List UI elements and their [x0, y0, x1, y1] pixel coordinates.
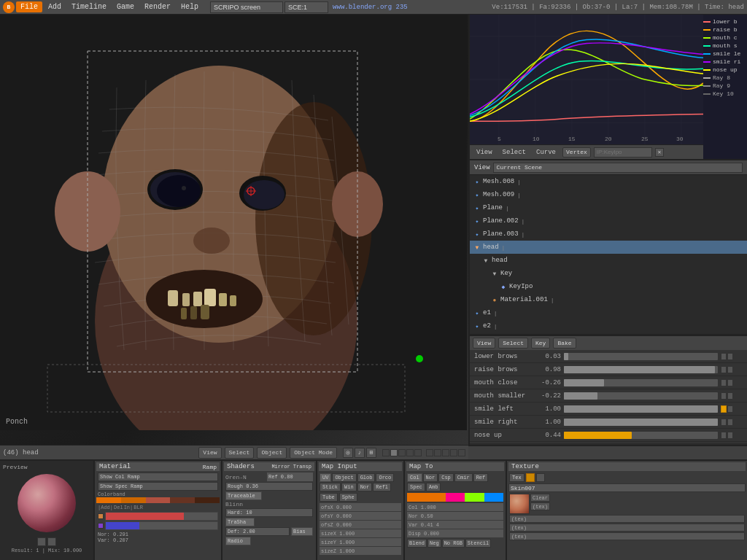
viewport-3d[interactable]: Ponch (46) head View Select Object Objec… [0, 15, 470, 445]
outliner-item-plane002[interactable]: ✦ Plane.002 | [470, 214, 747, 228]
layer-btn-4[interactable] [406, 449, 414, 456]
nor-btn[interactable]: Nor [357, 483, 373, 491]
screen-name-input[interactable] [210, 1, 283, 13]
spec-ramp-btn[interactable]: Show Spec Ramp [98, 482, 218, 491]
map-csp-btn[interactable]: Csp [438, 473, 454, 482]
layer-btn-7[interactable] [434, 449, 441, 456]
tex-gray-btn[interactable] [536, 473, 545, 482]
radio-btn[interactable]: Radio [225, 537, 251, 545]
col-ramp-btn[interactable]: Show Col Ramp [98, 472, 218, 481]
trasha-btn[interactable]: TraSha [225, 518, 255, 526]
graph-view-btn[interactable]: View [473, 149, 496, 156]
col-r-slider[interactable] [105, 512, 218, 521]
vertex-dropdown[interactable]: Vertex [562, 147, 591, 158]
tex-name-field[interactable]: Skin007 [508, 483, 746, 492]
sizez-field[interactable]: sizeZ 1.000 [320, 547, 401, 555]
preview-btn-2[interactable] [47, 537, 56, 546]
uv-btn[interactable]: UV [320, 473, 331, 482]
cb-in[interactable]: In| [124, 505, 133, 510]
rough-field[interactable]: Rough 0.36 [225, 482, 313, 491]
bias-btn[interactable]: Bias [291, 527, 313, 536]
sizex-field[interactable]: sizeX 1.000 [320, 529, 401, 537]
outliner-item-keyipo[interactable]: ◆ KeyIpo [496, 280, 747, 293]
layer-btn-10[interactable] [458, 449, 465, 456]
col-swatch[interactable] [98, 513, 104, 519]
website-link[interactable]: www.blender.org 235 [333, 4, 408, 11]
sk-btn-hl[interactable] [721, 405, 727, 413]
viewport-icon-btn-3[interactable]: ⊞ [366, 448, 376, 458]
current-scene-dropdown[interactable]: Current Scene [493, 163, 743, 173]
layer-btn-1[interactable] [382, 449, 390, 456]
preview-btn-1[interactable] [37, 537, 46, 546]
sk-btn-1[interactable] [721, 379, 727, 386]
ipo-input[interactable] [594, 147, 652, 158]
shape-key-bake-btn[interactable]: Bake [553, 338, 576, 349]
menu-help[interactable]: Help [177, 1, 203, 12]
outliner-view-btn[interactable]: View [474, 164, 490, 171]
viewport-select-btn[interactable]: Select [225, 447, 255, 459]
sk-btn-1[interactable] [721, 366, 727, 373]
tex-slot-3[interactable]: (tex) [509, 515, 745, 523]
col-swatch-2[interactable] [98, 523, 104, 529]
sk-btn-1[interactable] [721, 353, 727, 360]
outliner-item-e1[interactable]: ✦ e1 | [470, 306, 747, 319]
viewport-view-btn[interactable]: View [198, 447, 221, 459]
sk-btn-1[interactable] [721, 392, 727, 400]
graph-close-btn[interactable]: ✕ [655, 148, 664, 157]
sphe-btn[interactable]: Sphe [339, 493, 357, 502]
map-nor-btn[interactable]: Nor [423, 473, 438, 482]
ramp-btn[interactable]: Ramp [203, 464, 217, 470]
map-spec-btn[interactable]: Spec [407, 483, 425, 491]
neg-btn[interactable]: Neg [427, 539, 441, 548]
outliner-item-plane[interactable]: ✦ Plane | [470, 201, 747, 214]
layer-btn-5[interactable] [414, 449, 422, 456]
shape-key-raise-brows[interactable]: raise brows 0.98 [470, 363, 747, 376]
traceable-btn[interactable]: Traceable [225, 491, 262, 500]
sk-btn-2[interactable] [727, 432, 733, 439]
tex-orange-btn[interactable] [526, 473, 535, 482]
refl-btn[interactable]: Refl [373, 483, 391, 491]
col-value-field[interactable]: Col 1.000 [407, 503, 503, 511]
sizey-field[interactable]: sizeY 1.000 [320, 538, 401, 546]
sk-btn-2[interactable] [727, 353, 733, 360]
sk-btn-2[interactable] [727, 379, 733, 386]
menu-timeline[interactable]: Timeline [67, 1, 111, 12]
shape-key-mouth-close[interactable]: mouth close -0.26 [470, 376, 747, 389]
map-cmir-btn[interactable]: Cmir [454, 473, 473, 482]
tex-slot-2[interactable]: (tex) [530, 502, 550, 510]
outliner-item-key[interactable]: ▼ Key [487, 267, 747, 280]
outliner-item-head-sub[interactable]: ▼ head [479, 254, 747, 267]
map-col-btn[interactable]: Col [407, 473, 422, 482]
sk-btn-2[interactable] [727, 405, 733, 413]
layer-btn-8[interactable] [442, 449, 449, 456]
sk-btn-2[interactable] [727, 366, 733, 373]
hard-field[interactable]: Hard: 10 [225, 508, 313, 517]
layer-btn-3[interactable] [398, 449, 406, 456]
shape-key-smile-left[interactable]: smile left 1.00 [470, 402, 747, 416]
col-g-slider[interactable] [105, 521, 218, 530]
glob-btn[interactable]: Glob [357, 473, 376, 482]
menu-render[interactable]: Render [140, 1, 175, 12]
viewport-mode-btn[interactable]: Object Mode [290, 447, 337, 459]
tex-slot-5[interactable]: (tex) [509, 532, 745, 540]
viewport-icon-btn-1[interactable]: ◎ [343, 448, 353, 458]
cb-blr[interactable]: BLR [133, 505, 143, 510]
blend-btn[interactable]: Blend [407, 539, 427, 548]
layer-btn-6[interactable] [426, 449, 433, 456]
shape-key-nose-up[interactable]: nose up 0.44 [470, 429, 747, 442]
menu-add[interactable]: Add [44, 1, 66, 12]
shape-key-key-btn[interactable]: Key [531, 338, 550, 349]
outliner-item-material[interactable]: ● Material.001 | [487, 293, 747, 306]
object-btn[interactable]: Object [332, 473, 356, 482]
layer-btn-2[interactable] [390, 449, 398, 456]
outliner-item-head[interactable]: ▼ head | [470, 241, 747, 254]
outliner-item-mesh009[interactable]: ✦ Mesh.009 | [470, 188, 747, 201]
win-btn[interactable]: Win [341, 483, 357, 491]
tex-slot-4[interactable]: (tex) [509, 524, 745, 532]
def-field[interactable]: Def: 2.00 [225, 527, 290, 536]
shape-key-smile-right[interactable]: smile right 1.00 [470, 416, 747, 429]
stick-btn[interactable]: Stick [320, 483, 341, 491]
viewport-object-btn[interactable]: Object [257, 447, 287, 459]
viewport-icon-btn-2[interactable]: ♪ [355, 448, 365, 458]
map-ref-btn[interactable]: Ref [473, 473, 489, 482]
